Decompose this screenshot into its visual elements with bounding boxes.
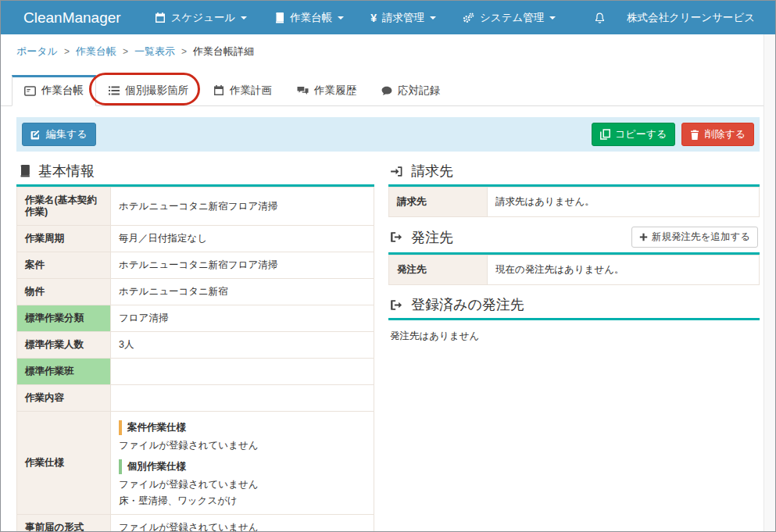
navbar: CleanManager スケジュール 作業台帳 ¥ 請求管理 システム管理 [1, 1, 775, 34]
list-icon [109, 86, 120, 95]
navbar-right: 株式会社クリーンサービス [595, 11, 764, 25]
tab-work-history[interactable]: 作業履歴 [284, 75, 369, 106]
individual-spec-note: ファイルが登録されていません [119, 479, 366, 491]
table-row: 作業周期 毎月／日付指定なし [17, 226, 374, 252]
row-label: 物件 [17, 279, 111, 305]
right-column: 請求先 請求先 請求先はありません。 発注先 新規発注先を追加する [388, 161, 760, 343]
yen-icon: ¥ [370, 12, 377, 23]
row-label: 作業周期 [17, 226, 111, 252]
edit-button-label: 編集する [46, 127, 88, 141]
table-row: 標準作業人数 3人 [17, 332, 374, 359]
tab-work-history-label: 作業履歴 [314, 84, 356, 98]
row-value: ファイルが登録されていません [111, 515, 374, 532]
scrollbar[interactable] [763, 34, 775, 531]
delete-button[interactable]: 削除する [681, 123, 754, 146]
add-order-button-label: 新規発注先を追加する [652, 230, 750, 244]
individual-spec-heading: 個別作業仕様 [119, 459, 366, 474]
edit-icon [30, 129, 41, 140]
tab-work-plan[interactable]: 作業計画 [201, 75, 284, 106]
breadcrumb-list-view[interactable]: 一覧表示 [134, 45, 175, 59]
nav-billing-label: 請求管理 [382, 11, 424, 25]
sign-out-icon [390, 231, 403, 243]
table-row: 物件 ホテルニューコタニ新宿 [17, 279, 374, 305]
work-spec-cell: 案件作業仕様 ファイルが登録されていません 個別作業仕様 ファイルが登録されてい… [111, 412, 374, 515]
tab-work-ledger-label: 作業台帳 [41, 84, 84, 98]
billing-header: 請求先 [388, 161, 760, 187]
tab-individual-photo-spots[interactable]: 個別撮影箇所 [96, 75, 201, 106]
row-label: 作業仕様 [17, 412, 111, 515]
nav-system-admin[interactable]: システム管理 [449, 1, 569, 34]
row-label-highlighted: 標準作業班 [17, 359, 111, 385]
company-name[interactable]: 株式会社クリーンサービス [627, 11, 755, 25]
nav-billing[interactable]: ¥ 請求管理 [357, 1, 449, 34]
case-spec-heading: 案件作業仕様 [119, 420, 366, 435]
delete-button-label: 削除する [704, 127, 746, 141]
table-row-work-spec: 作業仕様 案件作業仕様 ファイルが登録されていません 個別作業仕様 ファイルが登… [17, 412, 374, 515]
table-row: 作業内容 [17, 385, 374, 412]
breadcrumb-separator: > [123, 46, 128, 57]
basic-info-title: 基本情報 [38, 162, 95, 180]
row-value: 現在の発注先はありません。 [488, 255, 760, 285]
row-value: 請求先はありません。 [488, 187, 760, 217]
row-value: ホテルニューコタニ新宿フロア清掃 [111, 252, 374, 279]
nav-schedule-label: スケジュール [171, 11, 236, 25]
order-title: 発注先 [411, 229, 453, 246]
table-row: 発注先 現在の発注先はありません。 [389, 255, 760, 285]
add-order-button[interactable]: 新規発注先を追加する [631, 227, 758, 248]
sign-out-icon [390, 299, 403, 311]
nav-work-ledger[interactable]: 作業台帳 [260, 1, 357, 34]
case-spec-note: ファイルが登録されていません [119, 440, 366, 452]
chevron-down-icon [430, 16, 436, 23]
row-value [111, 359, 374, 385]
row-label-highlighted: 標準作業分類 [17, 305, 111, 332]
individual-spec-detail: 床・壁清掃、ワックスがけ [119, 495, 366, 507]
billing-title: 請求先 [411, 162, 453, 180]
billing-table: 請求先 請求先はありません。 [388, 187, 760, 217]
calendar-icon [213, 85, 224, 96]
breadcrumb: ポータル > 作業台帳 > 一覧表示 > 作業台帳詳細 [1, 34, 775, 66]
breadcrumb-portal[interactable]: ポータル [16, 45, 58, 59]
row-value: 毎月／日付指定なし [111, 226, 374, 252]
basic-info-header: 基本情報 [16, 161, 374, 187]
tab-response-records[interactable]: 応対記録 [369, 75, 452, 106]
tab-work-ledger[interactable]: 作業台帳 [12, 75, 96, 106]
breadcrumb-current: 作業台帳詳細 [193, 45, 254, 59]
row-label: 作業内容 [17, 385, 111, 412]
bell-icon[interactable] [595, 12, 605, 23]
tab-response-records-label: 応対記録 [398, 84, 440, 98]
trash-icon [690, 130, 699, 140]
copy-icon [600, 129, 610, 140]
registered-orders-empty-text: 発注先はありません [390, 330, 758, 343]
tab-individual-photo-spots-label: 個別撮影箇所 [125, 84, 188, 98]
tab-work-plan-label: 作業計画 [230, 84, 272, 98]
order-table: 発注先 現在の発注先はありません。 [388, 255, 760, 285]
nav-system-admin-label: システム管理 [480, 11, 544, 25]
comment-icon [381, 86, 392, 96]
registered-orders-header: 登録済みの発注先 [388, 295, 760, 320]
chevron-down-icon [338, 16, 344, 23]
table-row: 案件 ホテルニューコタニ新宿フロア清掃 [17, 252, 374, 279]
row-value: ホテルニューコタニ新宿 [111, 279, 374, 305]
table-row: 標準作業分類 フロア清掃 [17, 305, 374, 332]
breadcrumb-separator: > [181, 46, 187, 57]
calendar-icon [155, 12, 166, 23]
breadcrumb-work-ledger[interactable]: 作業台帳 [76, 45, 116, 59]
row-label: 発注先 [389, 255, 488, 285]
edit-button[interactable]: 編集する [22, 123, 96, 146]
row-label: 案件 [17, 252, 111, 279]
copy-button-label: コピーする [615, 127, 667, 141]
nav-work-ledger-label: 作業台帳 [290, 11, 332, 25]
basic-info-table: 作業名(基本契約作業) ホテルニューコタニ新宿フロア清掃 作業周期 毎月／日付指… [16, 187, 374, 532]
brand-logo[interactable]: CleanManager [23, 9, 121, 27]
chevron-down-icon [241, 16, 247, 23]
table-row: 事前届の形式 ファイルが登録されていません [17, 515, 374, 532]
book-icon [274, 12, 284, 23]
row-label: 事前届の形式 [17, 515, 111, 532]
copy-button[interactable]: コピーする [592, 123, 675, 146]
row-value: ホテルニューコタニ新宿フロア清掃 [111, 187, 374, 226]
nav-schedule[interactable]: スケジュール [141, 1, 261, 34]
chevron-down-icon [549, 16, 556, 23]
row-value [111, 385, 374, 412]
row-label: 標準作業人数 [17, 332, 111, 359]
gears-icon [463, 12, 474, 23]
